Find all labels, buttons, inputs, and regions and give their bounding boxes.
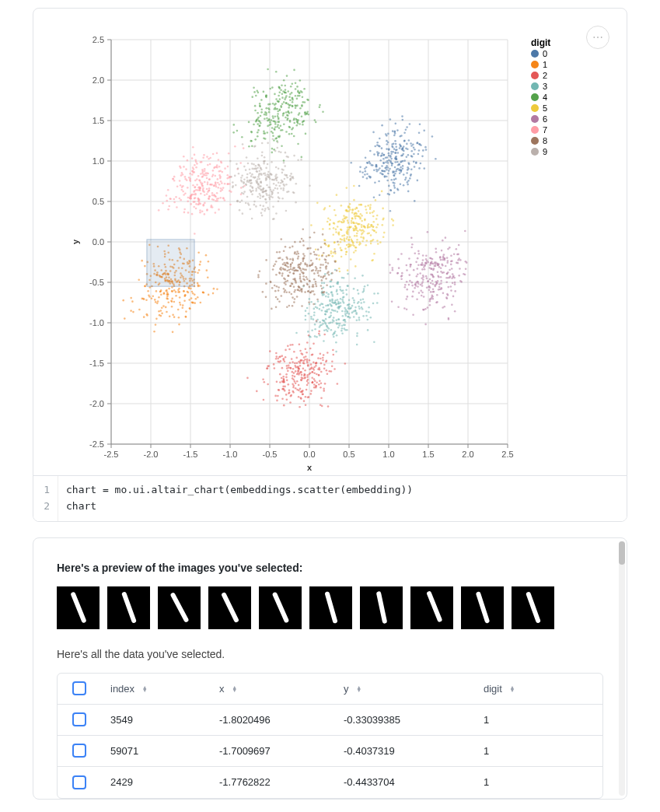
col-header-index[interactable]: index ▲▼: [101, 678, 210, 699]
svg-point-2585: [253, 145, 256, 148]
svg-point-2678: [531, 82, 539, 90]
svg-point-340: [152, 295, 154, 297]
scatter-plot[interactable]: -2.5-2.0-1.5-1.0-0.50.00.51.01.52.02.5-2…: [49, 24, 609, 475]
svg-point-1834: [438, 266, 441, 268]
sort-icon: ▲▼: [356, 686, 361, 692]
svg-point-1390: [356, 207, 358, 209]
row-checkbox[interactable]: [72, 775, 86, 789]
svg-point-332: [157, 300, 159, 303]
svg-point-991: [348, 313, 351, 315]
svg-point-2067: [199, 212, 201, 214]
table-row[interactable]: 59071-1.7009697-0.40373191: [58, 736, 602, 767]
col-header-x[interactable]: x ▲▼: [210, 678, 334, 699]
svg-point-495: [163, 292, 166, 295]
svg-point-1061: [357, 289, 359, 292]
cell-x: -1.7762822: [210, 772, 334, 793]
svg-point-525: [171, 290, 173, 292]
svg-point-2181: [309, 253, 312, 255]
svg-point-2025: [219, 177, 222, 180]
line-number: 1: [41, 482, 50, 499]
svg-point-795: [302, 368, 305, 370]
svg-point-366: [216, 289, 218, 291]
svg-point-2180: [315, 281, 317, 283]
svg-point-1815: [403, 286, 406, 289]
svg-point-760: [295, 382, 297, 384]
svg-point-2381: [320, 276, 323, 278]
svg-point-969: [351, 305, 354, 307]
svg-point-2289: [322, 264, 324, 266]
svg-point-97: [410, 168, 413, 170]
svg-point-1851: [449, 275, 452, 278]
svg-point-288: [405, 177, 407, 179]
svg-point-1847: [403, 307, 406, 310]
chart-menu-button[interactable]: ⋯: [586, 26, 609, 49]
svg-point-127: [408, 139, 410, 142]
svg-point-112: [364, 173, 366, 176]
svg-point-1690: [428, 289, 431, 291]
svg-point-570: [202, 291, 204, 293]
svg-point-2134: [193, 168, 195, 170]
svg-text:2: 2: [543, 71, 547, 80]
svg-text:4: 4: [543, 93, 547, 102]
svg-point-2193: [321, 279, 323, 282]
svg-point-2564: [264, 210, 266, 212]
svg-point-1285: [280, 107, 282, 109]
svg-point-1769: [430, 274, 432, 276]
svg-point-2183: [289, 271, 292, 274]
svg-point-84: [358, 185, 361, 187]
svg-point-2022: [208, 189, 211, 191]
svg-point-1324: [267, 103, 270, 106]
code-content[interactable]: chart = mo.ui.altair_chart(embeddings.sc…: [58, 476, 627, 521]
svg-point-780: [283, 388, 285, 390]
code-editor[interactable]: 1 2 chart = mo.ui.altair_chart(embedding…: [33, 475, 627, 521]
svg-point-2038: [202, 156, 204, 159]
svg-point-947: [311, 329, 313, 331]
svg-point-343: [141, 260, 143, 262]
svg-point-915: [372, 303, 375, 305]
svg-point-1863: [392, 269, 394, 271]
table-row[interactable]: 3549-1.8020496-0.330393851: [58, 705, 602, 736]
svg-point-2407: [298, 286, 300, 289]
svg-point-1543: [344, 234, 346, 236]
svg-point-664: [337, 383, 339, 385]
svg-point-2556: [267, 163, 269, 166]
svg-point-1741: [422, 275, 424, 277]
svg-point-1868: [447, 260, 449, 262]
svg-point-1686: [408, 274, 410, 276]
select-all-checkbox[interactable]: [72, 681, 86, 695]
scrollbar[interactable]: [619, 541, 625, 796]
scrollbar-thumb[interactable]: [619, 541, 625, 565]
svg-point-1966: [166, 194, 168, 197]
svg-point-999: [341, 327, 344, 330]
svg-point-2222: [318, 275, 320, 277]
table-row[interactable]: 2429-1.7762822-0.44337041: [58, 767, 602, 798]
svg-point-1923: [234, 145, 236, 148]
svg-point-347: [183, 300, 186, 303]
svg-point-2672: [531, 50, 539, 58]
svg-point-812: [332, 354, 334, 356]
svg-point-2470: [267, 142, 269, 145]
chart-container[interactable]: ⋯ -2.5-2.0-1.5-1.0-0.50.00.51.01.52.02.5…: [33, 9, 627, 475]
svg-point-962: [322, 323, 324, 325]
svg-point-2269: [257, 276, 260, 278]
col-header-digit[interactable]: digit ▲▼: [474, 678, 602, 699]
svg-point-2074: [206, 193, 208, 195]
svg-text:-2.0: -2.0: [144, 450, 159, 459]
svg-point-973: [353, 316, 355, 318]
row-checkbox[interactable]: [72, 744, 86, 758]
svg-point-2283: [300, 289, 302, 291]
svg-point-2277: [302, 275, 305, 278]
svg-point-1458: [369, 212, 372, 215]
row-checkbox[interactable]: [72, 712, 86, 726]
svg-point-1708: [452, 273, 454, 275]
svg-point-2256: [289, 247, 292, 249]
svg-point-2550: [255, 190, 257, 192]
svg-point-1013: [329, 303, 331, 306]
svg-point-593: [293, 372, 295, 374]
svg-point-2296: [293, 285, 295, 288]
svg-point-2085: [183, 212, 186, 214]
svg-point-1210: [253, 124, 255, 126]
svg-point-2676: [531, 72, 539, 79]
col-header-y[interactable]: y ▲▼: [334, 678, 474, 699]
svg-point-387: [155, 301, 157, 303]
